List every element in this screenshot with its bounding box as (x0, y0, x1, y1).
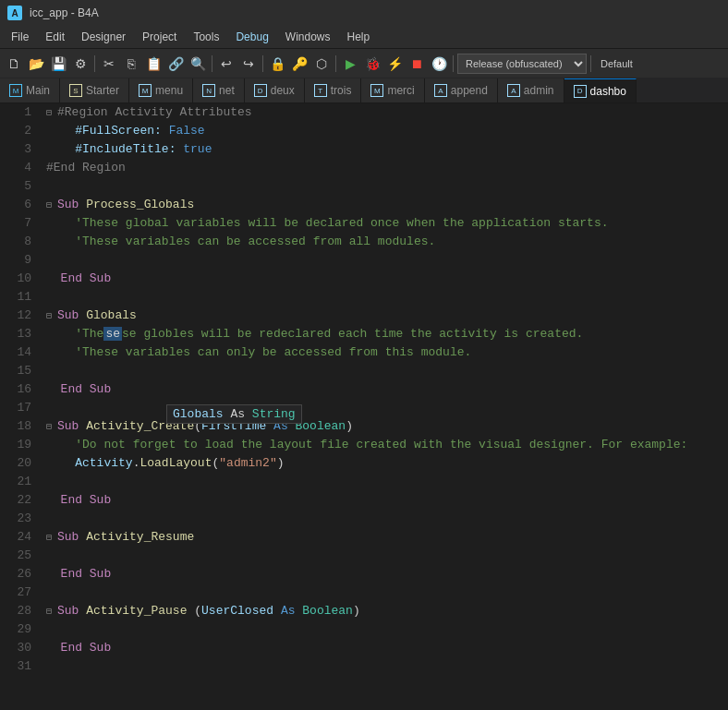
menu-tools[interactable]: Tools (186, 29, 226, 45)
tab-icon-dashbo: D (574, 85, 587, 98)
fold-icon-6[interactable]: ⊟ (46, 197, 57, 215)
menu-project[interactable]: Project (135, 29, 184, 45)
toolbar-cut[interactable]: ✂ (99, 54, 119, 74)
code-line-18: ⊟Sub Activity_Create(FirstTime As Boolea… (39, 417, 728, 436)
toolbar-icon4[interactable]: ⚙ (70, 54, 91, 74)
tab-icon-trois: T (314, 84, 327, 97)
tab-label-starter: Starter (86, 84, 119, 97)
toolbar-icon14[interactable]: ⬡ (311, 54, 332, 74)
fold-icon-28[interactable]: ⊟ (46, 603, 57, 621)
toolbar-icon12[interactable]: 🔒 (267, 54, 287, 74)
code-line-2: #FullScreen: False (39, 122, 728, 140)
tab-label-dashbo: dashbo (590, 85, 626, 98)
line-numbers: 1234567891011121314151617181920212223242… (0, 103, 39, 710)
code-line-29 (39, 620, 728, 639)
tab-net[interactable]: N net (193, 78, 245, 102)
toolbar-icon16[interactable]: 🐞 (362, 54, 382, 74)
toolbar-paste[interactable]: 📋 (143, 54, 164, 74)
sep3 (262, 55, 263, 72)
menu-help[interactable]: Help (340, 29, 378, 45)
toolbar-icon13[interactable]: 🔑 (289, 54, 309, 74)
tab-icon-deux: D (254, 84, 267, 97)
tab-trois[interactable]: T trois (305, 78, 362, 102)
code-line-24: ⊟Sub Activity_Resume (39, 528, 728, 547)
tab-starter[interactable]: S Starter (60, 78, 129, 102)
tab-dashbo[interactable]: D dashbo (564, 78, 637, 102)
menu-file[interactable]: File (4, 29, 36, 45)
fold-icon-1[interactable]: ⊟ (46, 104, 57, 123)
toolbar-save-btn[interactable]: 💾 (48, 54, 68, 74)
editor-area: 1234567891011121314151617181920212223242… (0, 103, 728, 710)
code-line-1: ⊟#Region Activity Attributes (39, 103, 728, 122)
code-line-26: End Sub (39, 565, 728, 584)
code-line-23 (39, 510, 728, 528)
tab-admin[interactable]: A admin (498, 78, 564, 102)
toolbar-icon8[interactable]: 🔗 (165, 54, 186, 74)
tab-icon-net: N (202, 84, 215, 97)
toolbar-new-btn[interactable]: 🗋 (4, 54, 24, 74)
tab-icon-admin: A (507, 84, 520, 97)
menu-edit[interactable]: Edit (38, 29, 72, 45)
code-line-10: End Sub (39, 270, 728, 288)
fold-icon-12[interactable]: ⊟ (46, 307, 57, 326)
menu-designer[interactable]: Designer (74, 29, 133, 45)
tabs-bar: M Main S Starter M menu N net D deux T t… (0, 78, 728, 103)
build-mode-select[interactable]: Release (obfuscated) (457, 54, 587, 74)
tab-append[interactable]: A append (425, 78, 498, 102)
autocomplete-tooltip: Globals As String (166, 404, 302, 424)
toolbar-copy[interactable]: ⎘ (121, 54, 141, 74)
code-line-22: End Sub (39, 491, 728, 510)
tab-main[interactable]: M Main (0, 78, 60, 102)
tab-label-menu: menu (155, 84, 183, 97)
code-line-9 (39, 251, 728, 270)
config-label: Default (595, 56, 638, 71)
tooltip-text-string: String (252, 407, 296, 421)
tab-icon-starter: S (69, 84, 82, 97)
toolbar-open-btn[interactable]: 📂 (26, 54, 46, 74)
toolbar-redo[interactable]: ↪ (238, 54, 259, 74)
toolbar-undo[interactable]: ↩ (216, 54, 237, 74)
tab-merci[interactable]: M merci (361, 78, 424, 102)
code-line-20: Activity.LoadLayout("admin2") (39, 454, 728, 473)
tab-label-admin: admin (524, 84, 554, 97)
menu-bar: File Edit Designer Project Tools Debug W… (0, 26, 728, 48)
code-line-16: End Sub (39, 380, 728, 399)
code-line-12: ⊟Sub Globals (39, 307, 728, 325)
menu-debug[interactable]: Debug (228, 29, 275, 45)
toolbar-run[interactable]: ▶ (340, 54, 360, 74)
tab-icon-menu: M (139, 84, 152, 97)
tab-menu[interactable]: M menu (129, 78, 193, 102)
fold-icon-24[interactable]: ⊟ (46, 529, 57, 548)
toolbar-icon17[interactable]: ⚡ (384, 54, 405, 74)
tooltip-text-as: As (230, 407, 251, 421)
code-line-17 (39, 399, 728, 417)
code-line-7: 'These global variables will be declared… (39, 214, 728, 233)
sep1 (94, 55, 95, 72)
sep4 (335, 55, 336, 72)
code-line-4: #End Region (39, 159, 728, 177)
menu-windows[interactable]: Windows (278, 29, 338, 45)
tab-label-deux: deux (271, 84, 295, 97)
tooltip-text-globals: Globals (173, 407, 224, 421)
sep6 (590, 55, 591, 72)
code-line-19: 'Do not forget to load the layout file c… (39, 436, 728, 454)
code-line-21 (39, 473, 728, 491)
code-area[interactable]: ⊟#Region Activity Attributes #FullScreen… (39, 103, 728, 710)
toolbar: 🗋 📂 💾 ⚙ ✂ ⎘ 📋 🔗 🔍 ↩ ↪ 🔒 🔑 ⬡ ▶ 🐞 ⚡ ⏹ 🕐 Re… (0, 48, 728, 78)
code-line-30: End Sub (39, 639, 728, 657)
fold-icon-18[interactable]: ⊟ (46, 418, 57, 437)
code-line-31 (39, 657, 728, 676)
tab-icon-merci: M (370, 84, 383, 97)
code-line-25 (39, 547, 728, 565)
toolbar-icon9[interactable]: 🔍 (188, 54, 208, 74)
code-line-28: ⊟Sub Activity_Pause (UserClosed As Boole… (39, 602, 728, 620)
tab-deux[interactable]: D deux (245, 78, 305, 102)
code-line-15 (39, 362, 728, 380)
toolbar-stop[interactable]: ⏹ (406, 54, 427, 74)
toolbar-clock[interactable]: 🕐 (429, 54, 449, 74)
code-line-3: #IncludeTitle: true (39, 140, 728, 159)
tab-label-net: net (219, 84, 235, 97)
tab-label-merci: merci (387, 84, 414, 97)
code-line-14: 'These variables can only be accessed fr… (39, 343, 728, 362)
app-title: icc_app - B4A (30, 6, 99, 19)
